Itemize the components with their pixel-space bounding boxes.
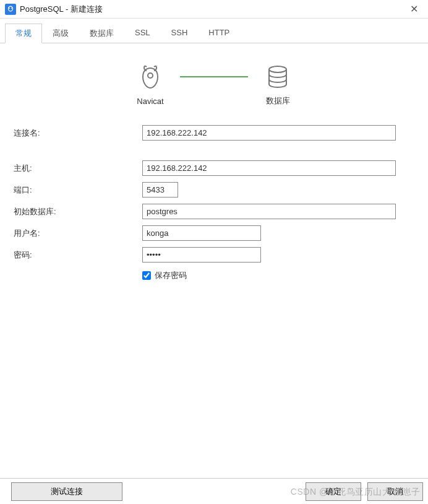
row-username: 用户名: [12, 225, 416, 241]
label-username: 用户名: [12, 228, 142, 239]
tabs: 常规 高级 数据库 SSL SSH HTTP [0, 19, 428, 43]
username-input[interactable] [142, 225, 261, 241]
diagram-navicat: Navicat [135, 63, 165, 106]
diagram-left-label: Navicat [135, 97, 165, 106]
label-password: 密码: [12, 250, 142, 261]
row-password: 密码: [12, 247, 416, 263]
diagram-database: 数据库 [263, 62, 293, 106]
dialog-footer: 测试连接 确定 取消 [0, 478, 428, 504]
initial-db-input[interactable] [142, 204, 396, 219]
label-host: 主机: [12, 163, 142, 174]
label-connection-name: 连接名: [12, 128, 142, 139]
label-save-password: 保存密码 [155, 270, 187, 281]
postgresql-icon [5, 4, 16, 15]
host-input[interactable] [142, 160, 396, 176]
tab-general[interactable]: 常规 [5, 24, 42, 43]
cancel-button[interactable]: 取消 [367, 482, 423, 501]
label-initial-db: 初始数据库: [12, 206, 142, 217]
row-port: 端口: [12, 182, 416, 198]
database-icon [263, 62, 293, 92]
navicat-icon [135, 63, 165, 93]
tab-ssh[interactable]: SSH [161, 24, 199, 43]
ok-button[interactable]: 确定 [306, 482, 361, 501]
svg-point-0 [9, 6, 13, 11]
svg-point-1 [148, 73, 153, 78]
tab-http[interactable]: HTTP [198, 24, 240, 43]
save-password-checkbox[interactable] [142, 271, 151, 280]
row-initial-db: 初始数据库: [12, 204, 416, 219]
diagram-right-label: 数据库 [263, 95, 293, 106]
connection-diagram: Navicat 数据库 [12, 62, 416, 106]
diagram-connection-line [180, 76, 248, 77]
close-icon[interactable]: ✕ [404, 0, 423, 19]
tab-panel-general: Navicat 数据库 连接名: 主机: 端口: 初始数据库: [0, 43, 428, 464]
row-connection-name: 连接名: [12, 125, 416, 141]
svg-point-2 [269, 66, 286, 72]
label-port: 端口: [12, 185, 142, 196]
tab-advanced[interactable]: 高级 [42, 24, 79, 43]
row-save-password: 保存密码 [142, 270, 416, 281]
window-title: PostgreSQL - 新建连接 [20, 4, 404, 15]
row-host: 主机: [12, 160, 416, 176]
titlebar: PostgreSQL - 新建连接 ✕ [0, 0, 428, 19]
port-input[interactable] [142, 182, 178, 198]
tab-ssl[interactable]: SSL [124, 24, 161, 43]
password-input[interactable] [142, 247, 261, 263]
tab-database[interactable]: 数据库 [79, 24, 124, 43]
connection-name-input[interactable] [142, 125, 396, 141]
test-connection-button[interactable]: 测试连接 [11, 482, 122, 501]
